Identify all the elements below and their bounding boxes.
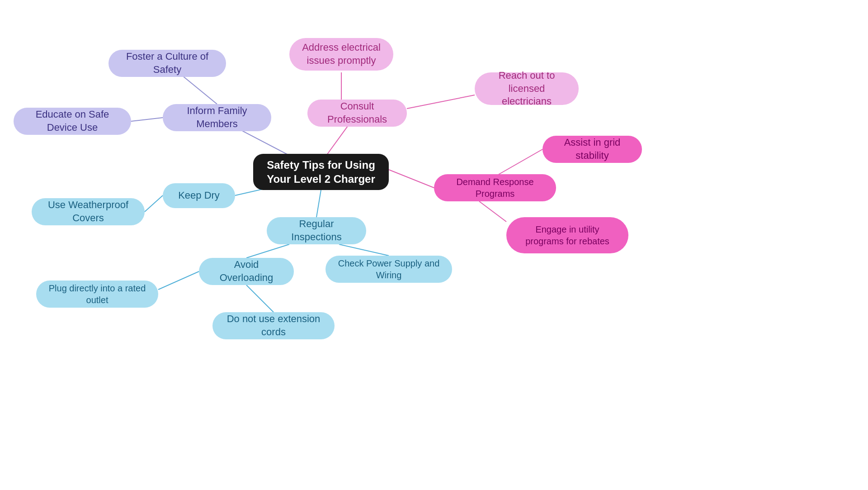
plug-directly-node: Plug directly into a rated outlet [36, 281, 158, 308]
weatherproof-node: Use Weatherproof Covers [32, 198, 145, 225]
svg-line-10 [145, 195, 163, 212]
engage-utility-node: Engage in utility programs for rebates [506, 217, 628, 253]
no-extension-node: Do not use extension cords [212, 312, 335, 339]
check-power-node: Check Power Supply and Wiring [326, 256, 452, 283]
svg-line-7 [495, 149, 542, 176]
keep-dry-node: Keep Dry [163, 183, 235, 208]
svg-line-15 [246, 285, 274, 312]
svg-line-14 [158, 271, 199, 290]
reach-out-node: Reach out to licensed electricians [475, 72, 579, 105]
consult-professionals-node: Consult Professionals [307, 100, 407, 127]
address-electrical-node: Address electrical issues promptly [289, 38, 393, 71]
center-node: Safety Tips for Using Your Level 2 Charg… [253, 154, 389, 190]
svg-line-12 [339, 244, 389, 256]
inform-family-node: Inform Family Members [163, 104, 271, 131]
assist-grid-node: Assist in grid stability [542, 136, 642, 163]
svg-line-6 [389, 170, 434, 188]
svg-line-13 [246, 244, 289, 258]
svg-line-8 [479, 201, 506, 222]
svg-line-11 [316, 190, 321, 217]
regular-inspections-node: Regular Inspections [267, 217, 366, 244]
foster-culture-node: Foster a Culture of Safety [108, 50, 226, 77]
demand-response-node: Demand Response Programs [434, 174, 556, 201]
svg-line-2 [131, 118, 163, 121]
educate-safe-node: Educate on Safe Device Use [14, 108, 131, 135]
avoid-overloading-node: Avoid Overloading [199, 258, 294, 285]
svg-line-5 [407, 95, 475, 109]
